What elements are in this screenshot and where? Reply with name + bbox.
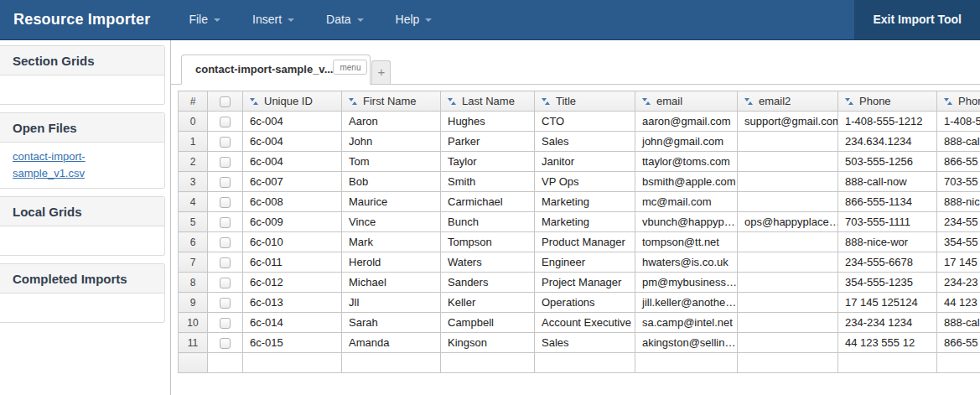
cell-id[interactable]: 6c-008 <box>243 192 342 212</box>
cell-empty[interactable] <box>342 353 441 373</box>
row-number[interactable]: 4 <box>179 192 208 212</box>
cell-email2[interactable] <box>738 333 838 353</box>
row-number[interactable]: 8 <box>179 273 208 293</box>
cell-title[interactable]: Engineer <box>535 252 635 273</box>
add-tab-button[interactable]: + <box>371 60 391 84</box>
cell-first[interactable]: Maurice <box>342 192 441 212</box>
cell-phone2[interactable]: 888-cal <box>937 313 980 333</box>
row-checkbox[interactable] <box>220 298 231 309</box>
cell-title[interactable]: Operations <box>535 293 635 313</box>
cell-title[interactable]: Marketing <box>535 212 635 232</box>
cell-first[interactable]: Aaron <box>342 112 441 132</box>
column-header-phone[interactable]: Phone <box>937 91 980 112</box>
cell-phone[interactable]: 234.634.1234 <box>838 132 937 152</box>
cell-first[interactable]: John <box>342 132 441 152</box>
cell-email[interactable]: aaron@gmail.com <box>635 112 738 132</box>
cell-id[interactable]: 6c-011 <box>243 252 342 273</box>
cell-first[interactable]: Michael <box>342 273 441 293</box>
cell-empty[interactable] <box>441 353 535 373</box>
cell-empty[interactable] <box>937 353 980 373</box>
cell-phone2[interactable]: 888-cal <box>937 132 980 152</box>
select-all-header[interactable] <box>208 91 243 112</box>
row-number[interactable]: 2 <box>179 152 208 172</box>
cell-id[interactable]: 6c-015 <box>243 333 342 353</box>
cell-phone[interactable]: 888-nice-wor <box>838 232 937 252</box>
cell-phone2[interactable]: 44 123 <box>937 293 980 313</box>
row-checkbox[interactable] <box>220 237 231 248</box>
cell-last[interactable]: Keller <box>441 293 535 313</box>
row-checkbox[interactable] <box>220 197 231 208</box>
cell-last[interactable]: Bunch <box>441 212 535 232</box>
cell-id[interactable]: 6c-012 <box>243 273 342 293</box>
select-all-checkbox[interactable] <box>220 96 231 107</box>
cell-email[interactable]: pm@mybusiness… <box>635 273 738 293</box>
row-number[interactable]: 3 <box>179 172 208 192</box>
cell-phone[interactable]: 44 123 555 12 <box>838 333 937 353</box>
cell-phone2[interactable]: 888-nic <box>937 192 980 212</box>
cell-email[interactable]: vbunch@happyp… <box>635 212 738 232</box>
exit-import-tool-button[interactable]: Exit Import Tool <box>854 0 980 39</box>
cell-email2[interactable] <box>738 172 838 192</box>
cell-phone2[interactable]: 234-55 <box>937 212 980 232</box>
row-checkbox[interactable] <box>220 117 231 127</box>
tab-active-file[interactable]: contact-import-sample_v... menu <box>181 55 371 85</box>
column-header-phone[interactable]: Phone <box>838 91 937 112</box>
cell-empty[interactable] <box>838 353 937 373</box>
cell-first[interactable]: Sarah <box>342 313 441 333</box>
column-header-last-name[interactable]: Last Name <box>441 91 535 112</box>
row-checkbox[interactable] <box>220 338 231 349</box>
cell-last[interactable]: Tompson <box>441 232 535 252</box>
menu-data[interactable]: Data <box>310 0 380 39</box>
cell-empty[interactable] <box>243 353 342 373</box>
cell-email2[interactable] <box>738 192 838 212</box>
column-header-unique-id[interactable]: Unique ID <box>243 91 342 112</box>
menu-file[interactable]: File <box>173 0 236 39</box>
cell-email[interactable]: sa.camp@intel.net <box>635 313 738 333</box>
cell-id[interactable]: 6c-013 <box>243 293 342 313</box>
cell-email2[interactable] <box>738 232 838 252</box>
row-number[interactable]: 6 <box>179 232 208 252</box>
cell-email[interactable]: bsmith@apple.com <box>635 172 738 192</box>
cell-phone2[interactable]: 866-55 <box>937 152 980 172</box>
cell-first[interactable]: Jll <box>342 293 441 313</box>
cell-email2[interactable] <box>738 293 838 313</box>
column-header-title[interactable]: Title <box>535 91 635 112</box>
open-file-link[interactable]: contact-import-sample_v1.csv <box>13 150 86 179</box>
cell-phone[interactable]: 703-555-1111 <box>838 212 937 232</box>
cell-title[interactable]: Janitor <box>535 152 635 172</box>
cell-phone2[interactable]: 234-23 <box>937 273 980 293</box>
row-number[interactable]: 1 <box>179 132 208 152</box>
row-number[interactable]: 10 <box>179 313 208 333</box>
cell-first[interactable]: Herold <box>342 252 441 273</box>
cell-last[interactable]: Parker <box>441 132 535 152</box>
cell-email2[interactable] <box>738 152 838 172</box>
cell-title[interactable]: Sales <box>535 333 635 353</box>
cell-email[interactable]: ttaylor@toms.com <box>635 152 738 172</box>
cell-title[interactable]: VP Ops <box>535 172 635 192</box>
cell-empty[interactable] <box>535 353 635 373</box>
cell-phone2[interactable]: 354-55 <box>937 232 980 252</box>
cell-id[interactable]: 6c-009 <box>243 212 342 232</box>
row-number[interactable]: 0 <box>179 112 208 132</box>
cell-phone[interactable]: 234-234 1234 <box>838 313 937 333</box>
row-checkbox[interactable] <box>220 257 231 268</box>
cell-phone2[interactable]: 703-55 <box>937 172 980 192</box>
cell-phone2[interactable]: 17 145 <box>937 252 980 273</box>
cell-email[interactable]: jill.keller@anothe… <box>635 293 738 313</box>
cell-id[interactable]: 6c-014 <box>243 313 342 333</box>
row-number[interactable]: 5 <box>179 212 208 232</box>
cell-title[interactable]: Account Executive <box>535 313 635 333</box>
column-header-first-name[interactable]: First Name <box>342 91 441 112</box>
cell-email[interactable]: akingston@sellin… <box>635 333 738 353</box>
cell-first[interactable]: Tom <box>342 152 441 172</box>
cell-email[interactable]: mc@mail.com <box>635 192 738 212</box>
cell-id[interactable]: 6c-004 <box>243 132 342 152</box>
cell-last[interactable]: Taylor <box>441 152 535 172</box>
cell-first[interactable]: Amanda <box>342 333 441 353</box>
cell-id[interactable]: 6c-004 <box>243 112 342 132</box>
cell-phone2[interactable]: 1-408-5 <box>937 112 980 132</box>
row-checkbox[interactable] <box>220 157 231 168</box>
cell-phone[interactable]: 234-555-6678 <box>838 252 937 273</box>
cell-id[interactable]: 6c-010 <box>243 232 342 252</box>
cell-phone[interactable]: 1-408-555-1212 <box>838 112 937 132</box>
